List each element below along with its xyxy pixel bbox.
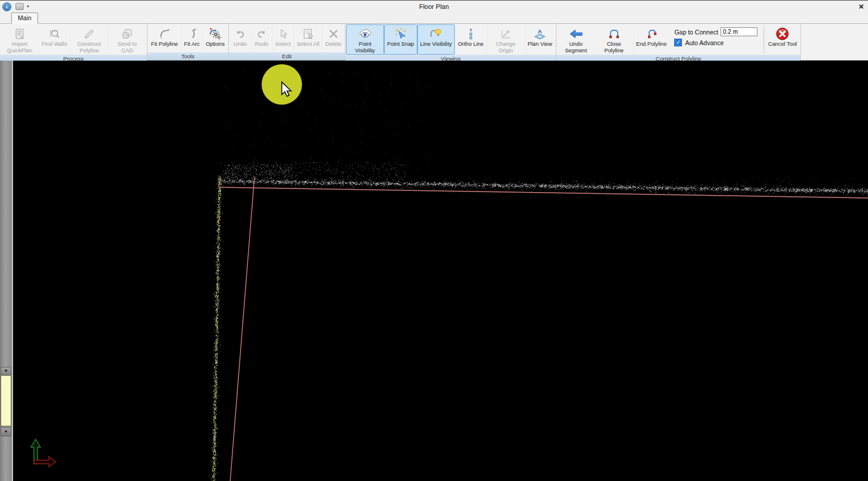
plan-view-button[interactable]: APlan View [525, 24, 555, 55]
find-walls-icon [47, 26, 62, 41]
gap-to-connect-input[interactable] [721, 27, 757, 36]
close-polyline-button[interactable]: Close Polyline [595, 24, 633, 55]
axis-indicator-icon [18, 429, 65, 471]
redo-icon [254, 26, 269, 41]
delete-icon [326, 26, 341, 41]
send-to-cad-button[interactable]: Send to CAD [108, 24, 146, 55]
point-visibility-label: Point Visibility [349, 41, 381, 54]
group-inner-separator [763, 26, 764, 54]
find-walls-button[interactable]: Find Walls [39, 24, 70, 55]
options-icon: * [207, 26, 223, 41]
change-origin-icon [498, 26, 514, 41]
undo-icon [232, 26, 248, 41]
point-snap-icon [393, 26, 408, 41]
select-button[interactable]: Select [272, 24, 294, 52]
app-window: ‹ ▼ Floor Plan × Main Import QuickPlanFi… [0, 0, 868, 481]
cancel-tool-button[interactable]: Cancel Tool [765, 24, 800, 55]
back-button[interactable]: ‹ [2, 2, 11, 11]
tab-row: Main [0, 12, 868, 24]
ribbon-group-edit: UndoRedoSelectSelect AllDeleteEdit [229, 24, 345, 60]
ortho-line-button[interactable]: Ortho Line [455, 24, 486, 55]
point-visibility-button[interactable]: Point Visibility [346, 24, 384, 55]
window-title: Floor Plan [0, 3, 868, 10]
select-label: Select [275, 41, 291, 48]
slider-thumb[interactable] [1, 375, 11, 426]
point-snap-button[interactable]: Point Snap [384, 24, 417, 55]
change-origin-label: Change Origin [490, 41, 522, 54]
close-button[interactable]: × [858, 2, 864, 11]
undo-segment-icon [568, 26, 584, 41]
fit-arc-label: Fit Arc [184, 41, 200, 48]
ribbon-group-viewing: Point VisibilityPoint SnapLine Visibilit… [345, 24, 556, 60]
fit-arc-icon [184, 26, 200, 41]
point-visibility-icon [357, 26, 373, 41]
import-quickplan-icon [12, 26, 27, 41]
end-polyline-label: End Polyline [636, 41, 667, 48]
construct-polyline-fields: Gap to Connect✓Auto Advance [669, 24, 762, 55]
line-visibility-button[interactable]: Line Visibility [417, 24, 455, 55]
fit-polyline-button[interactable]: Fit Polyline [148, 24, 181, 52]
gap-to-connect-label: Gap to Connect [674, 29, 718, 36]
construct-polyline-tool-icon [81, 26, 97, 41]
close-polyline-label: Close Polyline [598, 41, 630, 54]
select-all-icon [300, 26, 316, 41]
point-cloud-canvas[interactable] [13, 61, 868, 481]
group-label: Edit [229, 52, 345, 60]
fit-polyline-label: Fit Polyline [151, 41, 178, 48]
end-polyline-button[interactable]: End Polyline [633, 24, 670, 55]
close-polyline-icon [606, 26, 622, 41]
end-polyline-icon [644, 26, 659, 41]
send-to-cad-icon [119, 26, 135, 41]
find-walls-label: Find Walls [42, 41, 67, 48]
line-visibility-icon [428, 26, 444, 41]
ribbon-group-construct-polyline: Undo SegmentClose PolylineEnd PolylineGa… [556, 24, 801, 60]
slider-up-button[interactable]: ▲ [1, 427, 11, 436]
group-label: Tools [147, 52, 228, 60]
select-all-button[interactable]: Select All [294, 24, 322, 52]
tab-main[interactable]: Main [11, 12, 38, 24]
cancel-tool-label: Cancel Tool [768, 41, 797, 48]
change-origin-button[interactable]: Change Origin [487, 24, 525, 55]
send-to-cad-label: Send to CAD [111, 41, 143, 54]
options-button[interactable]: *Options [203, 24, 228, 52]
undo-label: Undo [234, 41, 247, 48]
plan-view-label: Plan View [528, 41, 552, 48]
import-quickplan-button[interactable]: Import QuickPlan [1, 24, 39, 55]
undo-segment-label: Undo Segment [560, 41, 592, 54]
redo-label: Redo [255, 41, 268, 48]
point-cloud-viewport[interactable] [13, 61, 868, 481]
elevation-slider[interactable]: ▼ ▲ [0, 61, 13, 481]
construct-polyline-tool-label: Construct Polyline [73, 41, 105, 54]
fit-arc-button[interactable]: Fit Arc [181, 24, 203, 52]
undo-segment-button[interactable]: Undo Segment [557, 24, 595, 55]
undo-button[interactable]: Undo [229, 24, 251, 52]
ribbon-group-tools: Fit PolylineFit Arc*OptionsTools [147, 24, 229, 60]
workspace: ▼ ▲ [0, 61, 868, 481]
ortho-line-label: Ortho Line [458, 41, 483, 48]
redo-button[interactable]: Redo [251, 24, 272, 52]
line-visibility-label: Line Visibility [420, 41, 452, 48]
select-all-label: Select All [297, 41, 319, 48]
svg-text:*: * [210, 27, 212, 33]
import-quickplan-label: Import QuickPlan [4, 41, 36, 54]
cancel-tool-icon [775, 26, 790, 41]
title-bar: ‹ ▼ Floor Plan × [0, 1, 868, 12]
quick-access-caret-icon[interactable]: ▼ [26, 5, 30, 8]
fit-polyline-icon [157, 26, 172, 41]
select-icon [275, 26, 291, 41]
auto-advance-label: Auto Advance [685, 39, 724, 46]
auto-advance-checkbox[interactable]: ✓ [674, 39, 682, 46]
plan-view-icon: A [532, 26, 548, 41]
delete-button[interactable]: Delete [322, 24, 344, 52]
construct-polyline-tool-button[interactable]: Construct Polyline [70, 24, 108, 55]
mouse-cursor-icon [279, 81, 294, 99]
ribbon: Import QuickPlanFind WallsConstruct Poly… [0, 24, 868, 61]
point-snap-label: Point Snap [387, 41, 414, 48]
ribbon-group-process: Import QuickPlanFind WallsConstruct Poly… [0, 24, 147, 60]
ortho-line-icon [463, 26, 479, 41]
options-label: Options [206, 41, 225, 48]
quick-access-icon[interactable] [15, 3, 24, 10]
delete-label: Delete [325, 41, 341, 48]
svg-text:A: A [538, 27, 542, 34]
